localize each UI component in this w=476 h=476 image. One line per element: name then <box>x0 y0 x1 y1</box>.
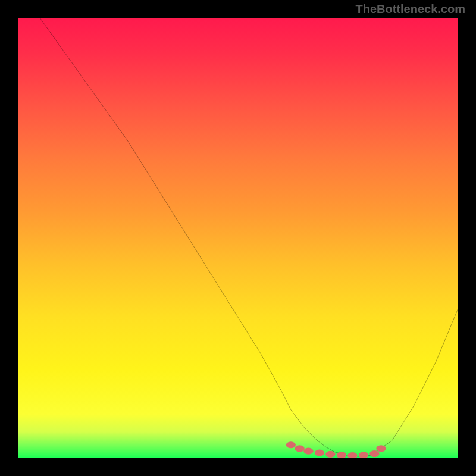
chart-container: TheBottleneck.com <box>0 0 476 476</box>
marker-dot <box>337 452 346 458</box>
plot-area <box>18 18 458 458</box>
marker-dot <box>315 450 324 456</box>
marker-dot <box>303 448 313 455</box>
marker-dot <box>325 451 335 458</box>
marker-dot <box>359 452 368 458</box>
marker-dot <box>369 450 379 457</box>
emphasis-markers <box>286 441 386 458</box>
marker-dot <box>376 445 386 452</box>
bottleneck-curve <box>40 18 458 456</box>
watermark-label: TheBottleneck.com <box>356 2 465 16</box>
marker-dot <box>286 441 296 448</box>
marker-dot <box>347 452 357 458</box>
marker-dot <box>295 445 304 452</box>
chart-svg <box>18 18 458 458</box>
